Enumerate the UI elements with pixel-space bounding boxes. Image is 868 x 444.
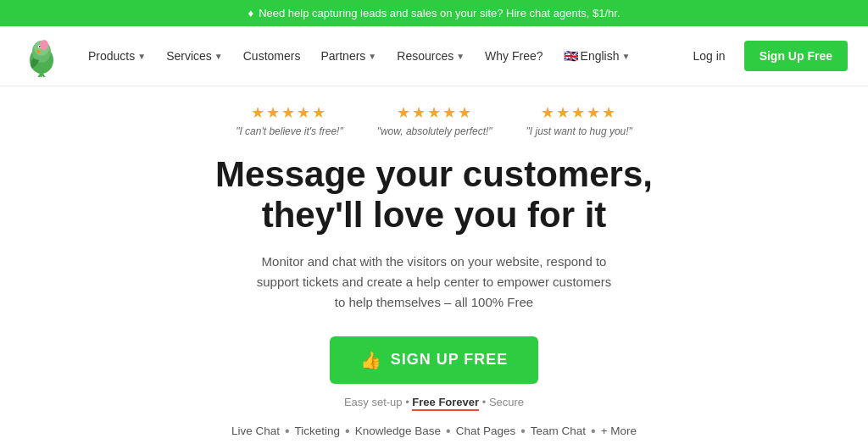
nav-resources[interactable]: Resources ▼	[388, 44, 473, 68]
signup-button[interactable]: Sign Up Free	[744, 41, 848, 71]
top-banner: ♦ Need help capturing leads and sales on…	[0, 0, 868, 26]
feature-knowledge-base: Knowledge Base	[355, 425, 441, 437]
feature-live-chat: Live Chat	[231, 425, 280, 437]
resources-chevron-icon: ▼	[456, 52, 465, 61]
feature-ticketing: Ticketing	[295, 425, 341, 437]
feature-chat-pages: Chat Pages	[456, 425, 516, 437]
nav-links: Products ▼ Services ▼ Customers Partners…	[80, 44, 684, 68]
cta-signup-button[interactable]: 👍 SIGN UP FREE	[330, 336, 539, 384]
parrot-logo-icon	[20, 35, 63, 77]
nav-partners[interactable]: Partners ▼	[312, 44, 385, 68]
dot-5: •	[591, 424, 596, 439]
hero-headline: Message your customers, they'll love you…	[215, 154, 653, 236]
quote-3: "I just want to hug you!"	[526, 125, 632, 137]
review-3: ★★★★★ "I just want to hug you!"	[526, 103, 632, 137]
nav-customers[interactable]: Customers	[235, 44, 309, 68]
login-button[interactable]: Log in	[684, 44, 733, 68]
nav-right: Log in Sign Up Free	[684, 41, 848, 71]
diamond-icon: ♦	[248, 7, 253, 19]
trust-line: Easy set-up • Free Forever • Secure	[344, 396, 524, 408]
dot-2: •	[345, 424, 350, 439]
products-chevron-icon: ▼	[137, 52, 146, 61]
banner-text: Need help capturing leads and sales on y…	[259, 7, 620, 19]
nav-language[interactable]: 🇬🇧 English ▼	[555, 44, 639, 68]
logo[interactable]	[20, 35, 63, 77]
dot-3: •	[446, 424, 451, 439]
dot-1: •	[285, 424, 290, 439]
services-chevron-icon: ▼	[214, 52, 223, 61]
thumbs-up-icon: 👍	[360, 350, 382, 370]
navbar: Products ▼ Services ▼ Customers Partners…	[0, 26, 868, 86]
partners-chevron-icon: ▼	[368, 52, 376, 61]
review-2: ★★★★★ "wow, absolutely perfect!"	[377, 103, 492, 137]
hero-subheadline: Monitor and chat with the visitors on yo…	[256, 252, 612, 313]
reviews-row: ★★★★★ "I can't believe it's free!" ★★★★★…	[236, 103, 632, 137]
feature-tags: Live Chat • Ticketing • Knowledge Base •…	[231, 424, 637, 439]
flag-icon: 🇬🇧	[564, 49, 578, 63]
feature-more: + More	[601, 425, 637, 437]
nav-products[interactable]: Products ▼	[80, 44, 154, 68]
quote-1: "I can't believe it's free!"	[236, 125, 343, 137]
stars-1: ★★★★★	[251, 103, 327, 122]
svg-point-5	[40, 40, 48, 50]
dot-4: •	[520, 424, 526, 439]
nav-why-free[interactable]: Why Free?	[476, 44, 551, 68]
review-1: ★★★★★ "I can't believe it's free!"	[236, 103, 343, 137]
hero-section: ★★★★★ "I can't believe it's free!" ★★★★★…	[0, 86, 868, 444]
nav-services[interactable]: Services ▼	[158, 44, 231, 68]
quote-2: "wow, absolutely perfect!"	[377, 125, 492, 137]
stars-3: ★★★★★	[541, 103, 617, 122]
feature-team-chat: Team Chat	[531, 425, 586, 437]
language-chevron-icon: ▼	[621, 52, 630, 61]
stars-2: ★★★★★	[397, 103, 473, 122]
